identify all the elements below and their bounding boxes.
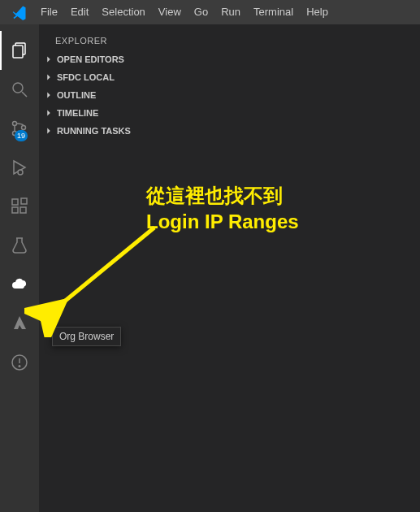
section-outline[interactable]: OUTLINE (39, 86, 420, 104)
svg-line-3 (22, 92, 27, 97)
section-label: RUNNING TASKS (57, 126, 131, 136)
menu-help[interactable]: Help (300, 0, 335, 24)
menu-edit[interactable]: Edit (64, 0, 95, 24)
test-icon[interactable] (0, 226, 39, 265)
section-label: SFDC LOCAL (57, 72, 115, 82)
cloud-icon[interactable] (0, 265, 39, 304)
section-sfdc-local[interactable]: SFDC LOCAL (39, 68, 420, 86)
svg-rect-1 (13, 46, 23, 58)
org-browser-tooltip: Org Browser (52, 327, 121, 346)
svg-point-6 (22, 126, 26, 130)
menu-terminal[interactable]: Terminal (247, 0, 300, 24)
svg-point-2 (13, 83, 23, 93)
svg-rect-12 (21, 198, 27, 204)
scm-icon[interactable]: 19 (0, 109, 39, 148)
chevron-right-icon (42, 89, 55, 102)
extensions-icon[interactable] (0, 187, 39, 226)
search-icon[interactable] (0, 70, 39, 109)
section-open-editors[interactable]: OPEN EDITORS (39, 50, 420, 68)
chevron-right-icon (42, 124, 55, 137)
section-running-tasks[interactable]: RUNNING TASKS (39, 122, 420, 140)
chevron-right-icon (42, 106, 55, 119)
sidebar-title: EXPLORER (39, 31, 420, 50)
svg-rect-10 (12, 207, 18, 213)
azure-icon[interactable] (0, 304, 39, 343)
explorer-sidebar: EXPLORER OPEN EDITORS SFDC LOCAL OUTLINE… (39, 24, 420, 512)
chevron-right-icon (42, 71, 55, 84)
svg-point-8 (18, 170, 23, 175)
section-label: OPEN EDITORS (57, 54, 124, 64)
menu-go[interactable]: Go (188, 0, 214, 24)
section-timeline[interactable]: TIMELINE (39, 104, 420, 122)
explorer-icon[interactable] (0, 31, 39, 70)
section-label: OUTLINE (57, 90, 96, 100)
vscode-logo-icon (11, 4, 28, 20)
menu-selection[interactable]: Selection (95, 0, 151, 24)
section-label: TIMELINE (57, 108, 98, 118)
workbench: 19 (0, 24, 420, 512)
menu-file[interactable]: File (34, 0, 64, 24)
activitybar: 19 (0, 24, 39, 512)
svg-point-4 (13, 122, 17, 126)
chevron-right-icon (42, 53, 55, 66)
issues-icon[interactable] (0, 343, 39, 382)
svg-point-16 (19, 366, 20, 367)
menubar: File Edit Selection View Go Run Terminal… (0, 0, 420, 24)
svg-rect-11 (20, 207, 26, 213)
menu-view[interactable]: View (152, 0, 188, 24)
run-icon[interactable] (0, 148, 39, 187)
scm-badge: 19 (15, 130, 28, 141)
menu-run[interactable]: Run (214, 0, 247, 24)
svg-rect-9 (12, 199, 18, 205)
